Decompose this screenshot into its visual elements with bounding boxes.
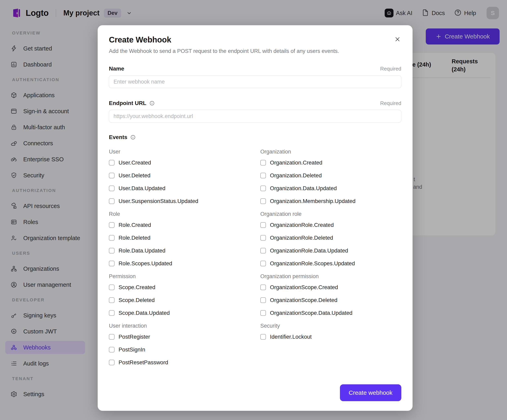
checkbox[interactable] xyxy=(260,261,266,266)
name-field: Name Required xyxy=(109,65,401,88)
event-checkbox-organizationrole-scopes-updated[interactable]: OrganizationRole.Scopes.Updated xyxy=(260,260,412,267)
checkbox[interactable] xyxy=(260,173,266,178)
event-column-2: Organization Organization.Created Organi… xyxy=(260,144,412,372)
checkbox[interactable] xyxy=(109,198,114,204)
event-group-title: Organization permission xyxy=(260,273,412,280)
event-checkbox-postresetpassword[interactable]: PostResetPassword xyxy=(109,359,260,366)
checkbox[interactable] xyxy=(260,222,266,228)
checkbox[interactable] xyxy=(109,297,114,303)
checkbox[interactable] xyxy=(260,198,266,204)
close-icon[interactable] xyxy=(394,36,401,43)
event-group-title: Organization xyxy=(260,148,412,155)
event-checkbox-user-deleted[interactable]: User.Deleted xyxy=(109,172,260,179)
checkbox[interactable] xyxy=(109,173,114,178)
endpoint-url-label: Endpoint URL xyxy=(109,100,146,107)
events-label: Events xyxy=(109,134,127,141)
event-group-user-interaction: User interaction PostRegister PostSignIn… xyxy=(109,322,260,366)
event-group-role: Role Role.Created Role.Deleted Role.Data… xyxy=(109,211,260,267)
checkbox[interactable] xyxy=(109,310,114,316)
webhook-name-input[interactable] xyxy=(109,75,401,88)
checkbox[interactable] xyxy=(109,235,114,241)
required-badge: Required xyxy=(380,100,401,106)
event-checkbox-identifier-lockout[interactable]: Identifier.Lockout xyxy=(260,333,412,340)
info-icon[interactable] xyxy=(149,100,155,106)
event-checkbox-organizationscope-deleted[interactable]: OrganizationScope.Deleted xyxy=(260,297,412,303)
modal-description: Add the Webhook to send a POST request t… xyxy=(109,48,401,55)
event-checkbox-organizationscope-data-updated[interactable]: OrganizationScope.Data.Updated xyxy=(260,310,412,317)
event-checkbox-organizationrole-deleted[interactable]: OrganizationRole.Deleted xyxy=(260,234,412,241)
modal-title: Create Webhook xyxy=(109,35,171,44)
event-checkbox-organizationrole-created[interactable]: OrganizationRole.Created xyxy=(260,222,412,228)
event-group-permission: Permission Scope.Created Scope.Deleted S… xyxy=(109,273,260,317)
event-checkbox-role-created[interactable]: Role.Created xyxy=(109,222,260,228)
event-checkbox-postregister[interactable]: PostRegister xyxy=(109,333,260,340)
event-group-user: User User.Created User.Deleted User.Data… xyxy=(109,148,260,205)
checkbox[interactable] xyxy=(260,248,266,254)
event-group-title: User xyxy=(109,148,260,155)
event-checkbox-user-suspensionstatus-updated[interactable]: User.SuspensionStatus.Updated xyxy=(109,198,260,205)
event-checkbox-scope-deleted[interactable]: Scope.Deleted xyxy=(109,297,260,303)
event-group-title: Organization role xyxy=(260,211,412,217)
event-column-1: User User.Created User.Deleted User.Data… xyxy=(109,144,260,372)
checkbox[interactable] xyxy=(109,360,114,365)
event-group-security: Security Identifier.Lockout xyxy=(260,322,412,340)
checkbox[interactable] xyxy=(260,334,266,340)
event-checkbox-organization-created[interactable]: Organization.Created xyxy=(260,159,412,166)
checkbox[interactable] xyxy=(109,284,114,290)
event-group-organization: Organization Organization.Created Organi… xyxy=(260,148,412,205)
endpoint-url-input[interactable] xyxy=(109,110,401,123)
create-webhook-submit-button[interactable]: Create webhook xyxy=(340,384,401,401)
event-checkbox-organization-data-updated[interactable]: Organization.Data.Updated xyxy=(260,185,412,192)
create-webhook-modal: Create Webhook Add the Webhook to send a… xyxy=(98,25,413,411)
event-checkbox-organizationscope-created[interactable]: OrganizationScope.Created xyxy=(260,284,412,291)
event-columns: User User.Created User.Deleted User.Data… xyxy=(109,144,401,372)
name-label: Name xyxy=(109,65,124,72)
checkbox[interactable] xyxy=(109,334,114,340)
checkbox[interactable] xyxy=(260,235,266,241)
event-checkbox-organizationrole-data-updated[interactable]: OrganizationRole.Data.Updated xyxy=(260,247,412,254)
checkbox[interactable] xyxy=(260,186,266,191)
info-icon[interactable] xyxy=(130,134,136,140)
checkbox[interactable] xyxy=(109,222,114,228)
event-checkbox-organization-membership-updated[interactable]: Organization.Membership.Updated xyxy=(260,198,412,205)
event-group-organization-permission: Organization permission OrganizationScop… xyxy=(260,273,412,317)
checkbox[interactable] xyxy=(109,160,114,165)
event-group-title: Role xyxy=(109,211,260,217)
event-checkbox-scope-data-updated[interactable]: Scope.Data.Updated xyxy=(109,310,260,317)
event-checkbox-postsignin[interactable]: PostSignIn xyxy=(109,346,260,353)
event-checkbox-user-created[interactable]: User.Created xyxy=(109,159,260,166)
checkbox[interactable] xyxy=(260,160,266,165)
checkbox[interactable] xyxy=(109,347,114,352)
checkbox[interactable] xyxy=(260,284,266,290)
checkbox[interactable] xyxy=(260,297,266,303)
event-checkbox-organization-deleted[interactable]: Organization.Deleted xyxy=(260,172,412,179)
checkbox[interactable] xyxy=(109,248,114,254)
event-checkbox-user-data-updated[interactable]: User.Data.Updated xyxy=(109,185,260,192)
checkbox[interactable] xyxy=(109,186,114,191)
event-group-title: Permission xyxy=(109,273,260,280)
events-section: Events User User.Created User.Deleted Us… xyxy=(109,134,401,372)
checkbox[interactable] xyxy=(260,310,266,316)
event-checkbox-role-scopes-updated[interactable]: Role.Scopes.Updated xyxy=(109,260,260,267)
event-group-title: Security xyxy=(260,322,412,329)
event-checkbox-role-data-updated[interactable]: Role.Data.Updated xyxy=(109,247,260,254)
event-checkbox-role-deleted[interactable]: Role.Deleted xyxy=(109,234,260,241)
event-group-organization-role: Organization role OrganizationRole.Creat… xyxy=(260,211,412,267)
event-group-title: User interaction xyxy=(109,322,260,329)
event-checkbox-scope-created[interactable]: Scope.Created xyxy=(109,284,260,291)
checkbox[interactable] xyxy=(109,261,114,266)
required-badge: Required xyxy=(380,66,401,72)
endpoint-field: Endpoint URL Required xyxy=(109,100,401,123)
